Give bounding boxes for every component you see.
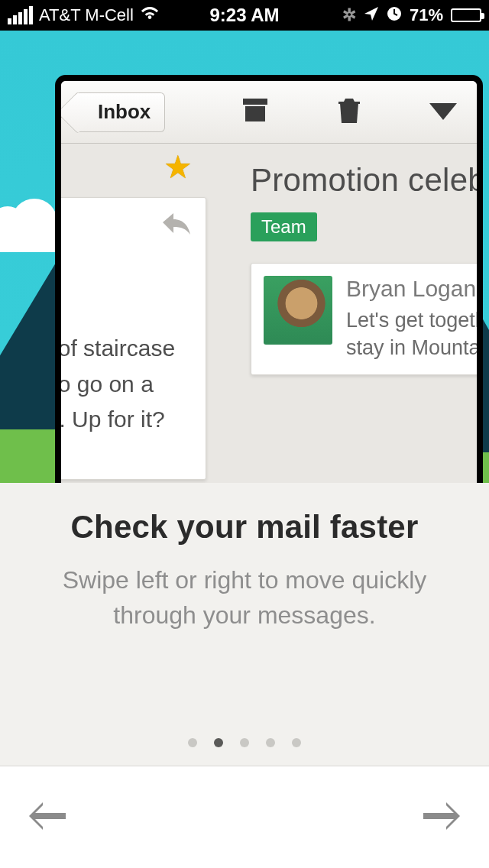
archive-icon[interactable] [241,97,269,128]
page-dot [214,738,223,747]
prev-body-fragment: v book of staircase I want to go on a ee… [55,239,192,468]
subject-line: Promotion celebr [251,162,483,199]
reply-icon[interactable] [161,209,192,239]
onboarding-title: Check your mail faster [31,509,458,546]
battery-icon [451,8,481,22]
page-dot [240,738,249,747]
status-bar: AT&T M-Cell 9:23 AM ✲ 71% [0,0,489,31]
avatar [264,276,332,345]
prev-button[interactable] [26,799,66,836]
onboarding-illustration: Inbox his ★ [0,31,489,483]
carrier-label: AT&T M-Cell [39,5,134,25]
device-frame: Inbox his ★ [55,75,483,483]
trash-icon[interactable] [338,97,361,128]
onboarding-body: Swipe left or right to move quickly thro… [31,562,458,633]
prev-message-card: v book of staircase I want to go on a ee… [55,197,206,480]
back-button-label: Inbox [98,100,151,124]
page-dot [188,738,197,747]
spinner-icon: ✲ [342,5,356,25]
clock-label: 9:23 AM [209,5,279,26]
signal-icon [8,6,33,24]
more-menu-icon[interactable] [429,103,457,120]
wifi-icon [140,5,160,25]
label-chip[interactable]: Team [251,212,317,241]
back-button[interactable]: Inbox [75,92,165,132]
page-dot [292,738,301,747]
app-toolbar: Inbox [61,81,477,144]
next-button[interactable] [423,799,463,836]
page-dot [266,738,275,747]
star-icon[interactable]: ★ [164,148,193,186]
message-card[interactable]: Bryan Logan Let's get together t stay in… [251,263,483,375]
alarm-icon [387,6,402,25]
location-icon [364,6,379,25]
page-indicator [0,738,489,747]
battery-pct: 71% [410,5,443,25]
message-snippet: Let's get together t stay in Mountain Vi [346,306,483,362]
next-message-pane[interactable]: Promotion celebr Team Bryan Logan Let's … [229,144,483,375]
sender-name: Bryan Logan [346,276,483,302]
onboarding-panel: Check your mail faster Swipe left or rig… [0,483,489,766]
prev-message-pane[interactable]: his ★ v book of staircase I want to go o… [55,144,206,480]
onboarding-navbar [0,766,489,868]
